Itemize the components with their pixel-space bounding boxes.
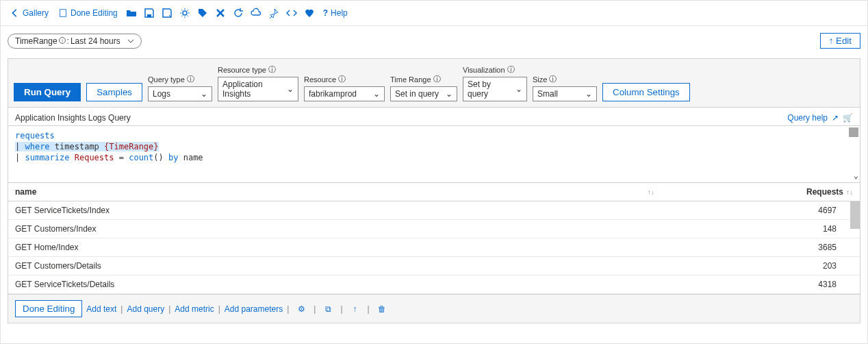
resource-value: fabrikamprod [309,89,357,99]
chevron-down-icon[interactable]: ⌄ [854,170,858,181]
top-toolbar: Gallery Done Editing ? Help [1,1,867,26]
cell-name: GET Home/Index [15,243,775,252]
pill-sep: : [67,36,69,46]
gear-icon[interactable] [177,5,193,21]
query-help-link[interactable]: Query help [787,113,828,123]
size-value: Small [537,89,558,99]
add-text-link[interactable]: Add text [86,304,116,314]
save-as-icon[interactable] [159,5,175,21]
info-icon: ⓘ [338,74,346,84]
results-table: name ↑↓ Requests ↑↓ GET ServiceTickets/I… [8,183,860,294]
done-editing-button[interactable]: Done Editing [15,300,82,317]
sort-icon[interactable]: ↑↓ [846,188,853,196]
query-control-row: Run Query Samples Query typeⓘ Logs⌄ Reso… [8,59,860,108]
column-settings-button[interactable]: Column Settings [602,83,690,101]
info-icon: ⓘ [433,74,441,84]
query-type-label: Query type [148,75,185,84]
done-editing-label: Done Editing [71,8,118,18]
info-icon: ⓘ [549,74,557,84]
chevron-down-icon [127,38,134,45]
add-metric-link[interactable]: Add metric [175,304,214,314]
chevron-down-icon: ⌄ [201,89,207,99]
close-icon[interactable] [212,5,229,21]
query-editor[interactable]: requests | where timestamp {TimeRange} |… [8,125,860,183]
chevron-down-icon: ⌄ [515,84,522,94]
copy-icon[interactable]: ⧉ [320,301,336,317]
cell-requests: 148 [775,224,837,234]
visualization-value: Set by query [468,79,510,99]
cell-requests: 203 [775,261,837,271]
tag-icon[interactable] [194,5,211,21]
time-range-select[interactable]: Set in query⌄ [390,86,457,101]
editor-token: timestamp [55,142,104,151]
external-link-icon: ↗ [832,113,839,123]
query-title: Application Insights Logs Query [15,113,131,123]
svg-rect-0 [60,10,66,17]
code-icon[interactable] [283,5,300,21]
done-editing-button[interactable]: Done Editing [54,5,122,21]
table-row[interactable]: GET Customers/Details203 [8,257,860,275]
visualization-label: Visualization [463,66,505,74]
move-up-icon[interactable]: ↑ [347,301,363,317]
chevron-down-icon: ⌄ [446,89,452,99]
chevron-down-icon: ⌄ [373,89,380,99]
chevron-down-icon: ⌄ [287,84,294,94]
pin-icon[interactable] [266,5,282,21]
gallery-button[interactable]: Gallery [6,5,53,21]
samples-button[interactable]: Samples [86,83,142,101]
info-icon: i [59,36,66,46]
editor-token: () [153,153,168,162]
col-requests-header[interactable]: Requests [806,187,843,197]
editor-token: by [168,153,178,162]
pill-value: Last 24 hours [71,36,120,46]
save-icon[interactable] [141,5,157,21]
time-range-pill[interactable]: TimeRange i : Last 24 hours [8,34,142,49]
cell-requests: 3685 [775,243,837,252]
editor-token: | [15,153,25,162]
cell-name: GET Customers/Index [15,224,775,234]
back-arrow-icon [10,8,20,18]
svg-point-2 [183,11,187,15]
svg-rect-1 [147,14,151,17]
help-button[interactable]: ? Help [319,5,352,21]
info-icon: ⓘ [268,64,276,75]
table-row[interactable]: GET ServiceTickets/Index4697 [8,201,860,220]
svg-text:i: i [62,38,63,43]
editor-token: count [129,153,153,162]
scrollbar-thumb[interactable] [850,201,860,229]
col-name-header[interactable]: name [15,187,36,197]
help-label: Help [331,8,348,18]
query-panel: Run Query Samples Query typeⓘ Logs⌄ Reso… [8,58,860,323]
editor-token: requests [15,131,55,140]
resource-type-label: Resource type [218,66,266,74]
add-parameters-link[interactable]: Add parameters [225,304,283,314]
cloud-icon[interactable] [248,5,264,21]
add-query-link[interactable]: Add query [127,304,164,314]
table-row[interactable]: GET Home/Index3685 [8,238,860,257]
table-row[interactable]: GET Customers/Index148 [8,220,860,238]
editor-token: = [114,153,129,162]
open-folder-icon[interactable] [123,5,140,21]
query-type-select[interactable]: Logs⌄ [148,86,212,101]
time-range-value: Set in query [395,89,439,99]
run-query-button[interactable]: Run Query [14,83,81,101]
visualization-select[interactable]: Set by query⌄ [463,77,527,101]
document-icon [58,8,68,18]
editor-token: {TimeRange} [104,142,158,151]
refresh-icon[interactable] [230,5,246,21]
size-select[interactable]: Small⌄ [533,86,597,101]
table-header: name ↑↓ Requests ↑↓ [8,183,860,201]
gallery-label: Gallery [23,8,49,18]
table-row[interactable]: GET ServiceTickets/Details4318 [8,275,860,294]
time-range-label: Time Range [390,75,431,84]
resource-select[interactable]: fabrikamprod⌄ [304,86,385,101]
scrollbar-thumb[interactable] [849,127,858,137]
sort-icon[interactable]: ↑↓ [648,188,654,196]
delete-icon[interactable]: 🗑 [374,301,390,317]
size-label: Size [533,75,547,84]
cart-icon[interactable]: 🛒 [843,113,853,123]
resource-type-select[interactable]: Application Insights⌄ [218,77,298,101]
edit-button[interactable]: ↑ Edit [820,33,860,49]
heart-icon[interactable] [301,5,318,21]
gear-icon[interactable]: ⚙ [293,301,309,317]
